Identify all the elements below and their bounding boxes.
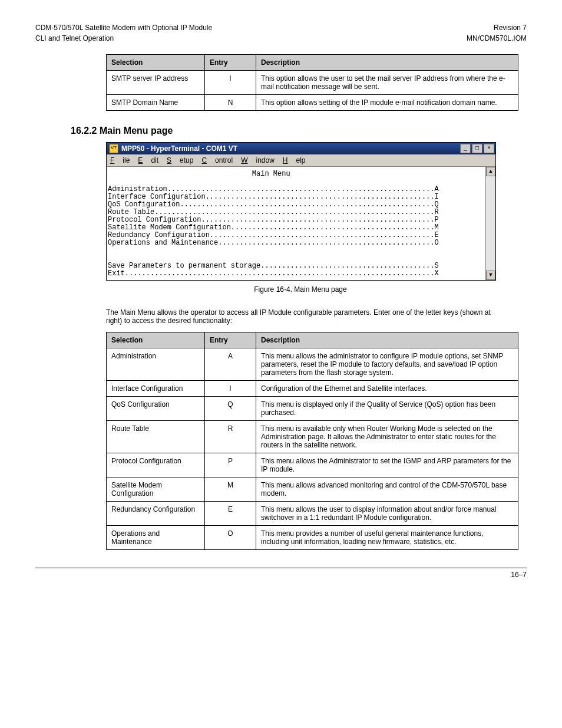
table-row: Redundancy ConfigurationEThis menu allow… (107, 502, 518, 526)
t2-hdr-entry: Entry (205, 332, 256, 348)
cell-description: Configuration of the Ethernet and Satell… (256, 381, 518, 397)
cell-description: This option allows setting of the IP mod… (256, 95, 518, 111)
cell-entry: R (205, 421, 256, 453)
figure-caption: Figure 16-4. Main Menu page (106, 285, 495, 294)
cell-selection: Operations and Maintenance (107, 526, 205, 550)
cell-description: This menu allows the Administrator to se… (256, 453, 518, 477)
window-menubar: FileEditSetupControlWindowHelp (107, 154, 495, 167)
table-row: QoS ConfigurationQThis menu is displayed… (107, 397, 518, 421)
menu-help[interactable]: Help (283, 156, 306, 164)
menu-window[interactable]: Window (241, 156, 275, 164)
t1-hdr-entry: Entry (205, 55, 256, 71)
doc-header-left: CDM-570/570L Satellite Modem with Option… (35, 24, 212, 32)
menu-setup[interactable]: Setup (167, 156, 193, 164)
t1-hdr-description: Description (256, 55, 518, 71)
cell-entry: I (205, 71, 256, 95)
doc-header-right: Revision 7 (494, 24, 527, 32)
minimize-button[interactable]: _ (460, 144, 471, 153)
table-row: Satellite Modem ConfigurationMThis menu … (107, 477, 518, 502)
cell-entry: E (205, 502, 256, 526)
scroll-up-icon[interactable]: ▲ (486, 167, 495, 176)
cell-selection: SMTP Domain Name (107, 95, 205, 111)
table-row: Interface ConfigurationIConfiguration of… (107, 381, 518, 397)
maximize-button[interactable]: □ (472, 144, 482, 153)
intro-paragraph: The Main Menu allows the operator to acc… (106, 308, 495, 325)
cell-description: This menu allows the user to display inf… (256, 502, 518, 526)
cell-selection: Interface Configuration (107, 381, 205, 397)
cell-description: This menu is available only when Router … (256, 421, 518, 453)
cell-entry: P (205, 453, 256, 477)
cell-selection: QoS Configuration (107, 397, 205, 421)
options-table-2: Selection Entry Description Administrati… (106, 332, 518, 550)
close-button[interactable]: × (484, 144, 494, 153)
section-heading: 16.2.2 Main Menu page (71, 126, 527, 136)
doc-subheader-left: CLI and Telnet Operation (35, 34, 114, 42)
cell-entry: A (205, 348, 256, 381)
table-row: Route TableRThis menu is available only … (107, 421, 518, 453)
cell-description: This option allows the user to set the m… (256, 71, 518, 95)
table-row: Operations and MaintenanceOThis menu pro… (107, 526, 518, 550)
t2-hdr-selection: Selection (107, 332, 205, 348)
vertical-scrollbar[interactable]: ▲ ▼ (485, 167, 495, 280)
cell-description: This menu allows advanced monitoring and… (256, 477, 518, 502)
options-table-1: Selection Entry Description SMTP server … (106, 54, 518, 111)
cell-selection: Administration (107, 348, 205, 381)
cell-description: This menu is displayed only if the Quali… (256, 397, 518, 421)
cell-entry: M (205, 477, 256, 502)
page-number: 16–7 (35, 568, 527, 579)
terminal-output: Main Menu Administration................… (107, 167, 485, 280)
scroll-track[interactable] (486, 176, 495, 271)
menu-edit[interactable]: Edit (138, 156, 158, 164)
t1-hdr-selection: Selection (107, 55, 205, 71)
cell-selection: Redundancy Configuration (107, 502, 205, 526)
table-row: SMTP server IP addressIThis option allow… (107, 71, 518, 95)
cell-selection: Route Table (107, 421, 205, 453)
table-row: Protocol ConfigurationPThis menu allows … (107, 453, 518, 477)
cell-selection: Satellite Modem Configuration (107, 477, 205, 502)
menu-file[interactable]: File (110, 156, 130, 164)
t2-hdr-description: Description (256, 332, 518, 348)
cell-selection: Protocol Configuration (107, 453, 205, 477)
cell-entry: O (205, 526, 256, 550)
table-row: AdministrationAThis menu allows the admi… (107, 348, 518, 381)
doc-header: CDM-570/570L Satellite Modem with Option… (35, 24, 527, 32)
window-title: MPP50 - HyperTerminal - COM1 VT (121, 144, 459, 153)
cell-description: This menu allows the administrator to co… (256, 348, 518, 381)
cell-selection: SMTP server IP address (107, 71, 205, 95)
menu-control[interactable]: Control (201, 156, 233, 164)
cell-entry: N (205, 95, 256, 111)
app-icon: VT (109, 144, 118, 153)
cell-entry: Q (205, 397, 256, 421)
doc-subheader: CLI and Telnet Operation MN/CDM570L.IOM (35, 34, 527, 42)
scroll-down-icon[interactable]: ▼ (486, 271, 495, 280)
cell-entry: I (205, 381, 256, 397)
table-row: SMTP Domain NameNThis option allows sett… (107, 95, 518, 111)
hyperterminal-window: VT MPP50 - HyperTerminal - COM1 VT _ □ ×… (106, 142, 496, 281)
window-titlebar: VT MPP50 - HyperTerminal - COM1 VT _ □ × (107, 143, 495, 154)
cell-description: This menu provides a number of useful ge… (256, 526, 518, 550)
doc-subheader-right: MN/CDM570L.IOM (467, 34, 527, 42)
